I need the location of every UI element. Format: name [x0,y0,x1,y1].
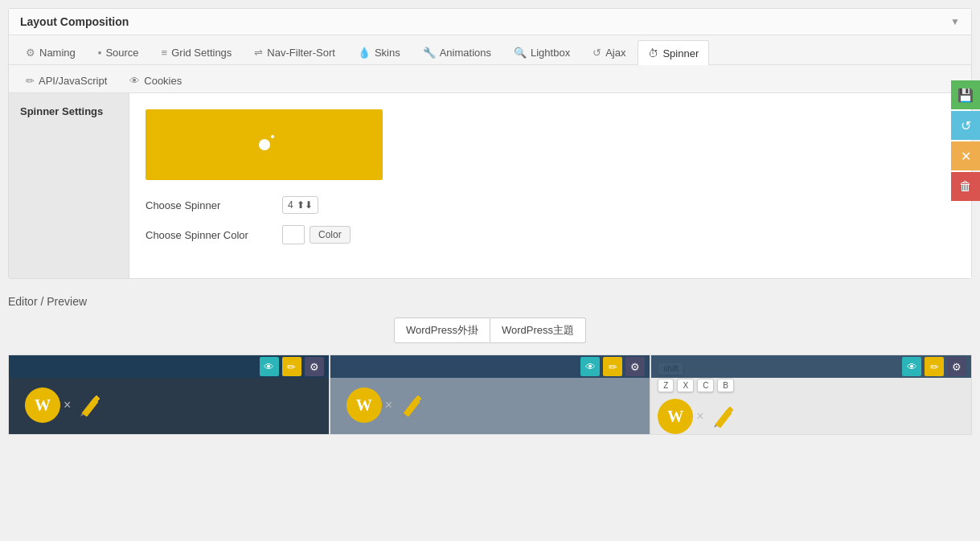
panel-body: Spinner Settings Choose Spinner 4 ⬆⬇ Cho… [9,93,971,278]
tab-nav-filter-sort[interactable]: ⇌ Nav-Filter-Sort [244,40,346,64]
tab-api-javascript[interactable]: ✏ API/JavaScript [15,68,117,92]
filter-themes-button[interactable]: WordPress主題 [490,318,586,343]
tab-lightbox[interactable]: 🔍 Lightbox [503,40,580,64]
tab-spinner-label: Spinner [662,47,699,59]
settings-icon-2[interactable]: ⚙ [625,357,645,376]
nav-icon: ⇌ [254,47,263,59]
api-icon: ✏ [26,75,35,87]
color-swatch[interactable] [282,225,305,244]
panel-header: Layout Composition ▼ [9,9,971,35]
grid-icon: ≡ [162,47,168,59]
choose-color-row: Choose Spinner Color Color [146,225,955,244]
tab-lightbox-label: Lightbox [531,47,570,59]
lightbox-icon: 🔍 [514,47,527,59]
settings-icon-1[interactable]: ⚙ [305,357,324,376]
view-icon-1[interactable]: 👁 [260,357,279,376]
spinner-icon: ⏱ [648,47,658,59]
tab-naming-label: Naming [39,47,76,59]
tab-animations[interactable]: 🔧 Animations [412,40,502,64]
spinner-preview [146,109,383,180]
pen-icon-3 [707,400,740,432]
pen-icon-1 [74,389,106,421]
grid-row: 👁 ✏ ⚙ W × [8,355,972,435]
grid-overlay-1: 👁 ✏ ⚙ [9,355,329,378]
spinner-value: 4 [288,199,293,211]
spinner-select[interactable]: 4 ⬆⬇ [282,196,318,214]
editor-title: Editor / Preview [8,295,972,308]
edit-icon-2[interactable]: ✏ [603,357,622,376]
key-row-2: Z X C B [658,379,734,392]
wp-logo-1: W [25,387,60,423]
spinner-arrows[interactable]: ⬆⬇ [297,199,313,211]
key-z: Z [658,379,674,392]
choose-spinner-label: Choose Spinner [146,199,274,211]
tab-spinner[interactable]: ⏱ Spinner [638,40,709,65]
wp-logo-2: W [346,387,382,423]
cross-1: × [64,398,71,412]
view-icon-3[interactable]: 👁 [902,357,921,376]
spinner-content: Choose Spinner 4 ⬆⬇ Choose Spinner Color… [129,93,971,278]
tab-animations-label: Animations [440,47,491,59]
filter-buttons: WordPress外掛 WordPress主題 [8,318,972,343]
tab-nav-label: Nav-Filter-Sort [267,47,335,59]
choose-color-label: Choose Spinner Color [146,229,274,241]
choose-spinner-row: Choose Spinner 4 ⬆⬇ [146,196,955,214]
pen-icon-2 [396,389,428,421]
tab-ajax-label: Ajax [605,47,625,59]
tab-grid-settings[interactable]: ≡ Grid Settings [151,40,243,64]
tab-ajax[interactable]: ↺ Ajax [582,40,636,64]
tab-skins-label: Skins [375,47,400,59]
wp-logo-group-3: W × [658,399,739,434]
ajax-icon: ↺ [593,47,601,59]
edit-icon-3[interactable]: ✏ [925,357,944,376]
edit-icon-1[interactable]: ✏ [282,357,301,376]
spinner-sidebar: Spinner Settings [9,93,129,278]
tab-source-label: Source [105,47,138,59]
key-c: C [697,379,714,392]
gear-icon: ⚙ [26,47,35,59]
color-row: Color [282,225,351,244]
delete-button[interactable]: 🗑 [951,172,980,201]
tab-cookies[interactable]: 👁 Cookies [119,68,192,92]
save-button[interactable]: 💾 [951,80,980,109]
filter-plugins-button[interactable]: WordPress外掛 [394,318,490,343]
tab-bar-row2: ✏ API/JavaScript 👁 Cookies [9,65,971,93]
refresh-button[interactable]: ↺ [951,111,980,140]
tab-api-label: API/JavaScript [39,75,107,87]
color-button[interactable]: Color [310,226,351,244]
grid-overlay-2: 👁 ✏ ⚙ [330,355,650,378]
spinner-dot [259,139,270,150]
tab-source[interactable]: ▪ Source [88,40,150,64]
grid-item-1: 👁 ✏ ⚙ W × [8,355,330,435]
wp-logo-3: W [658,399,693,434]
action-buttons: 💾 ↺ ✕ 🗑 [951,80,980,201]
cross-3: × [696,409,703,424]
view-icon-2[interactable]: 👁 [580,357,600,376]
settings-icon-3[interactable]: ⚙ [947,357,966,376]
grid-item-2: 👁 ✏ ⚙ W × [330,355,651,435]
folder-icon: ▪ [98,47,102,59]
tab-cookies-label: Cookies [144,75,182,87]
sidebar-label: Spinner Settings [20,105,103,117]
cross-2: × [385,398,392,412]
tab-bar-row1: ⚙ Naming ▪ Source ≡ Grid Settings ⇌ Nav-… [9,35,971,65]
collapse-icon[interactable]: ▼ [950,16,960,27]
tab-skins[interactable]: 💧 Skins [347,40,411,64]
tab-naming[interactable]: ⚙ Naming [15,40,86,64]
wp-logo-group-2: W × [346,387,428,423]
wp-logo-group-1: W × [25,387,106,423]
editor-section: Editor / Preview WordPress外掛 WordPress主題… [0,287,980,435]
cookies-icon: 👁 [129,75,140,87]
skins-icon: 💧 [358,47,371,59]
layout-composition-panel: Layout Composition ▼ ⚙ Naming ▪ Source ≡… [8,8,972,279]
key-b: B [717,379,734,392]
animations-icon: 🔧 [423,47,436,59]
grid-overlay-3: 👁 ✏ ⚙ [651,355,971,378]
tab-grid-label: Grid Settings [171,47,232,59]
warning-button[interactable]: ✕ [951,141,980,170]
key-x: X [677,379,694,392]
grid-item-3: 👁 ✏ ⚙ shift Z X C B W × [650,355,972,435]
panel-title: Layout Composition [20,15,129,28]
